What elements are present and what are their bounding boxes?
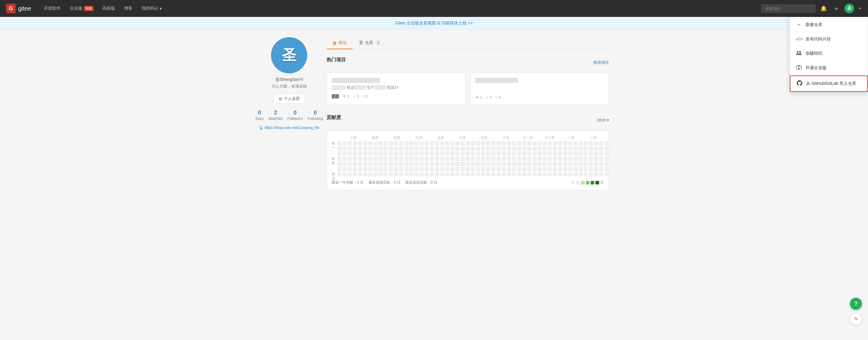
contrib-cell [363, 152, 367, 156]
contrib-cell [568, 172, 572, 176]
stat-following[interactable]: 0 Following [308, 110, 323, 121]
contrib-cell [594, 167, 598, 171]
contrib-cell [502, 167, 506, 171]
search-input[interactable] [761, 4, 815, 13]
nav-enterprise[interactable]: 企业版 特惠 [66, 4, 97, 13]
dropdown-create-org[interactable]: 创建组织 [790, 47, 868, 61]
contrib-cell [363, 147, 367, 151]
contrib-cell [517, 162, 521, 166]
hot-projects-title: 热门项目 [327, 57, 346, 63]
contrib-cell [368, 152, 372, 156]
lang-badge-1: C [332, 94, 339, 98]
month-label: 九月 [473, 135, 495, 140]
contrib-cell [399, 147, 403, 151]
nav-my-cloud[interactable]: 我的码云 ▾ [138, 4, 165, 13]
contrib-cell [491, 162, 496, 166]
year-selector[interactable]: 2020 ▾ [597, 118, 609, 122]
selected-projects-link[interactable]: 精选项目 [593, 60, 609, 65]
contrib-cell [348, 162, 352, 166]
contrib-cell [353, 162, 357, 166]
contrib-cell [440, 167, 444, 171]
contrib-cell [532, 167, 537, 171]
stat-followers[interactable]: 0 Followers [287, 110, 303, 121]
contrib-cell [373, 147, 378, 151]
contrib-cell [527, 141, 531, 146]
avatar[interactable]: 圣 [844, 4, 854, 13]
contrib-cell [574, 167, 578, 171]
contrib-cell [337, 167, 342, 171]
tab-repos[interactable]: 🗄 仓库 2 [353, 37, 388, 49]
nav-open-source[interactable]: 开源软件 [40, 4, 64, 13]
dropdown-new-repo[interactable]: ＋ 新建仓库 [790, 17, 868, 32]
contrib-cell [471, 157, 475, 161]
contrib-cell [542, 167, 547, 171]
contrib-cell [450, 141, 455, 146]
contrib-cell [507, 152, 511, 156]
contrib-cell [414, 147, 418, 151]
banner-text: Gitee 企业版全新视图 & 功能模块上线 >> [395, 21, 473, 25]
contrib-cell [368, 147, 372, 151]
contrib-cell [440, 152, 444, 156]
contrib-cell [420, 147, 424, 151]
contrib-cell [378, 157, 383, 161]
contrib-cell [414, 167, 418, 171]
contrib-cell [522, 147, 526, 151]
contrib-cell [343, 167, 347, 171]
contrib-cell [507, 167, 511, 171]
contrib-cell [471, 147, 475, 151]
contrib-cell [466, 147, 470, 151]
contrib-cell [491, 141, 496, 146]
contrib-cell [548, 152, 552, 156]
dropdown-open-enterprise[interactable]: 开通企业版 [790, 61, 868, 75]
project-name-1[interactable]: ████████████████ [332, 78, 460, 83]
dropdown-import-github[interactable]: 从 GitHub/GitLab 导入仓库 [790, 75, 868, 92]
contrib-cell [471, 167, 475, 171]
contrib-cell [389, 152, 393, 156]
contrib-cell [476, 167, 480, 171]
contrib-cell [568, 157, 572, 161]
stat-watches[interactable]: 2 Watches [269, 110, 282, 121]
stat-stars[interactable]: 0 Stars [255, 110, 264, 121]
avatar-dropdown-icon[interactable]: ▾ [858, 5, 862, 12]
contrib-cell [404, 157, 408, 161]
settings-button[interactable]: ⚙ 个人设置 [273, 94, 305, 103]
contrib-cell [471, 162, 475, 166]
contrib-cell [409, 152, 413, 156]
contrib-cell [496, 172, 501, 176]
contrib-cell [522, 157, 526, 161]
repos-count-badge: 2 [375, 40, 381, 45]
project-name-2[interactable]: ████████████866 [475, 78, 604, 83]
contrib-cell [456, 167, 460, 171]
contrib-cell [589, 147, 593, 151]
bell-icon[interactable]: 🔔 [819, 4, 828, 13]
sidebar: 圣 @ShengSanYi 天心月圆，春满花枝 ⚙ 个人设置 0 Stars 2… [259, 37, 319, 190]
contrib-cell [425, 167, 429, 171]
contrib-cell [481, 157, 485, 161]
contrib-cell [496, 141, 501, 146]
contrib-cell [579, 172, 583, 176]
blog-link[interactable]: 📡 https://blog.csdn.net/Caoyang_He [259, 126, 319, 130]
group-icon [796, 51, 802, 56]
dropdown-publish-snippet[interactable]: </> 发布代码片段 [790, 32, 868, 47]
contrib-cell [584, 152, 588, 156]
tab-overview[interactable]: ▦ 概览 [327, 37, 353, 49]
contrib-cell [383, 162, 388, 166]
month-label: 六月 [408, 135, 430, 140]
contrib-cell [532, 172, 537, 176]
contrib-cell [594, 157, 598, 161]
nav-blog[interactable]: 博客 [120, 4, 136, 13]
contrib-cell [373, 162, 378, 166]
plus-icon[interactable]: ＋ [832, 3, 841, 14]
month-label: 十一月 [517, 135, 538, 140]
nav-university[interactable]: 高校版 [99, 4, 119, 13]
contrib-cell [358, 147, 362, 151]
contributions-section: 贡献度 2020 ▾ 三月四月五月六月七月八月九月十月十一月十二月一月二月 周一… [327, 115, 609, 190]
contrib-cell [337, 162, 342, 166]
day-label [332, 162, 335, 166]
contrib-cell [404, 152, 408, 156]
contrib-cell [537, 152, 542, 156]
navbar-logo[interactable]: G gitee [6, 4, 31, 13]
contrib-cell [440, 157, 444, 161]
contrib-cell [496, 167, 501, 171]
main-content: ▦ 概览 🗄 仓库 2 热门项目 精选项目 ████████████████ [327, 37, 609, 190]
